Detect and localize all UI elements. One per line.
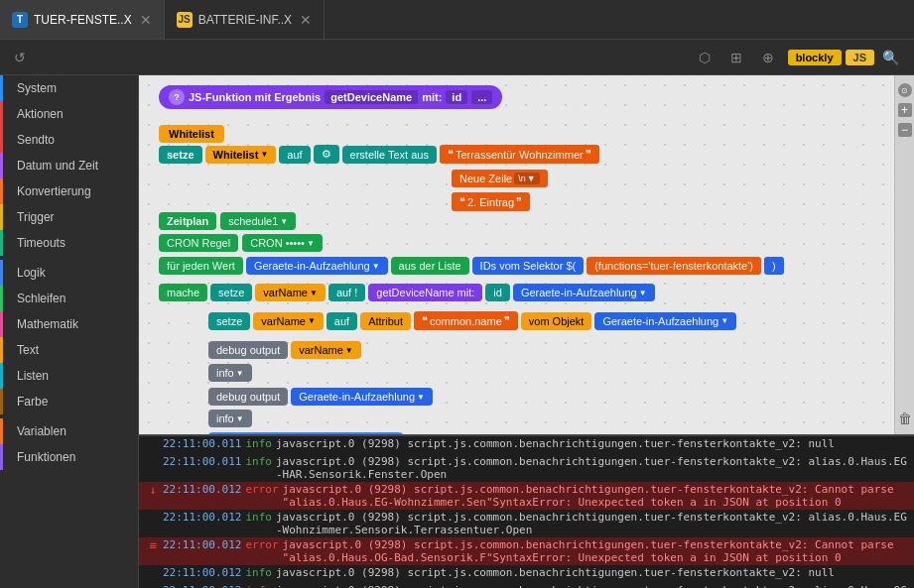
log-msg-5: javascript.0 (9298) script.js.common.ben… [283,538,910,564]
eintrag-block[interactable]: ❝ 2. Eintrag ❞ [452,192,530,211]
sidebar-item-logik[interactable]: Logik [0,260,138,286]
log-level-2: info [245,455,272,468]
newline-dropdown[interactable]: \n ▼ [514,173,539,184]
sidebar-item-aktionen[interactable]: Aktionen [0,101,138,127]
main: System Aktionen Sendto Datum und Zeit Ko… [0,75,914,588]
quote-open3: ❝ [422,314,428,327]
log-row: 22:11:00.012 info javascript.0 (9298) sc… [139,510,914,537]
varname2-block[interactable]: varName ▼ [253,312,324,330]
log-row-error-1: ↓ 22:11:00.012 error javascript.0 (9298)… [139,482,914,510]
debug-output-1[interactable]: debug output [208,341,288,359]
sidebar-item-konvert[interactable]: Konvertierung [0,178,138,204]
setze3-block[interactable]: setze [208,312,250,330]
getdevicename-block[interactable]: getDeviceName mit: [368,284,482,301]
sidebar-item-funktionen[interactable]: Funktionen [0,444,138,470]
function-name: getDeviceName [325,90,418,104]
functions-block[interactable]: (functions='tuer-fensterkontakte') [587,257,761,275]
info-dropdown-1[interactable]: info ▼ [208,364,252,382]
log-time-6: 22:11:00.012 [163,566,241,579]
geraete2-block[interactable]: Geraete-in-Aufzaehlung ▼ [513,284,655,301]
log-time-1: 22:11:00.011 [163,437,241,450]
geraete4-block[interactable]: Geraete-in-Aufzaehlung ▼ [291,388,433,406]
log-left-icon-lines: ≡ [143,538,163,552]
log-left-icon-down: ↓ [143,483,163,497]
varname-block[interactable]: varName ▼ [255,284,326,301]
string-block-1[interactable]: ❝ Terrassentür Wohnzimmer ❞ [440,145,599,164]
log-msg-7: javascript.0 (9298) script.js.common.ben… [276,584,910,588]
id2-block: id [485,284,510,301]
bracket-close-block: ) [764,257,784,275]
sidebar-item-schleifen[interactable]: Schleifen [0,286,138,311]
sidebar-item-variablen[interactable]: Variablen [0,418,138,444]
sidebar-item-timeouts[interactable]: Timeouts [0,230,138,256]
attribut-block: Attribut [360,312,411,330]
log-time-3: 22:11:00.012 [163,483,241,496]
sidebar-item-listen[interactable]: Listen [0,363,138,389]
trash-icon[interactable]: 🗑 [898,411,912,426]
sidebar-item-farbe[interactable]: Farbe [0,389,138,414]
common-name-block[interactable]: ❝ common.name ❞ [414,311,518,330]
auf3-block: auf [326,312,357,330]
varname3-block[interactable]: varName ▼ [291,341,361,359]
log-msg-4: javascript.0 (9298) script.js.common.ben… [276,511,910,536]
schedule1-block[interactable]: schedule1 ▼ [220,212,296,230]
geraete-dropdown[interactable]: Geraete-in-Aufzaehlung ▼ [246,257,388,275]
ellipsis-label: ... [471,90,492,104]
zoom-minus-btn[interactable]: − [898,123,912,137]
tab-close-1[interactable]: ✕ [140,12,152,28]
function-label: JS-Funktion mit Ergebnis [189,91,321,103]
mache-block: mache [159,284,207,301]
debug-output-2[interactable]: debug output [208,388,288,406]
sidebar-item-trigger[interactable]: Trigger [0,204,138,230]
quote-close2: ❞ [516,195,522,208]
setze2-block[interactable]: setze [210,284,252,301]
js-badge[interactable]: JS [846,50,874,65]
quote-close3: ❞ [504,314,510,327]
cron-value-block[interactable]: CRON ••••• ▼ [242,234,323,252]
geraete3-block[interactable]: Geraete-in-Aufzaehlung ▼ [594,312,736,330]
gear-icon2[interactable]: ⚙ [314,145,339,164]
log-panel: 22:11:00.011 info javascript.0 (9298) sc… [139,434,914,588]
neue-zeile-label: Neue Zeile [459,173,512,184]
eintrag-label: 2. Eintrag [467,196,514,208]
neue-zeile-block[interactable]: Neue Zeile \n ▼ [452,170,548,187]
export-icon[interactable]: ⬡ [693,46,717,69]
aus-der-liste-label: aus der Liste [391,257,469,275]
canvas-area[interactable]: ? JS-Funktion mit Ergebnis getDeviceName… [139,75,914,588]
tab-close-2[interactable]: ✕ [300,12,312,28]
quote-close: ❞ [586,148,591,161]
tab-tuer-fenste[interactable]: T TUER-FENSTE..X ✕ [0,0,165,39]
log-level-4: info [245,511,272,524]
refresh-icon[interactable]: ↺ [8,46,32,69]
info-dropdown-2[interactable]: info ▼ [208,410,252,427]
sidebar-item-mathematik[interactable]: Mathematik [0,311,138,337]
setze-block[interactable]: setze [159,146,202,164]
function-block[interactable]: ? JS-Funktion mit Ergebnis getDeviceName… [159,85,502,109]
sidebar-item-text[interactable]: Text [0,337,138,363]
id-label: id [446,90,467,104]
log-msg-6: javascript.0 (9298) script.js.common.ben… [276,566,835,579]
log-level-1: info [245,437,272,450]
log-row: 22:11:00.011 info javascript.0 (9298) sc… [139,436,914,454]
tab-label-2: BATTERIE-INF..X [198,13,292,27]
erstelle-block[interactable]: erstelle Text aus [342,146,437,164]
whitelist-block[interactable]: Whitelist [159,125,224,143]
log-level-3: error [245,483,278,496]
whitelist-dropdown[interactable]: Whitelist ▼ [205,146,277,164]
tab-batterie-inf[interactable]: JS BATTERIE-INF..X ✕ [165,0,325,39]
zoom-plus-btn[interactable]: + [898,103,912,117]
debug-icon[interactable]: ⊕ [756,46,780,69]
zoom-fit-btn[interactable]: ⊙ [898,83,912,97]
ids-block[interactable]: IDs vom Selektor $( [472,257,585,275]
sidebar-item-datum[interactable]: Datum und Zeit [0,153,138,178]
blockly-badge[interactable]: blockly [788,50,842,65]
search-icon[interactable]: 🔍 [878,46,902,69]
sidebar-item-system[interactable]: System [0,75,138,101]
log-row: 22:11:00.011 info javascript.0 (9298) sc… [139,454,914,482]
fuer-jeden-label: für jeden Wert [159,257,243,275]
import-icon[interactable]: ⊞ [724,46,748,69]
vom-objekt-label: vom Objekt [521,312,592,330]
log-time-7: 22:11:00.012 [163,584,241,588]
zeitplan-block[interactable]: Zeitplan [159,212,216,230]
sidebar-item-sendto[interactable]: Sendto [0,127,138,153]
